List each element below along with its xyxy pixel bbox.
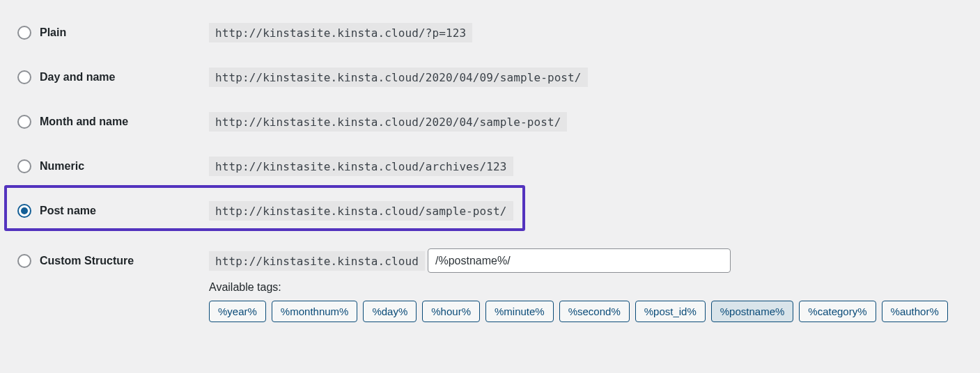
option-label: Day and name: [40, 71, 115, 84]
url-example: http://kinstasite.kinsta.cloud/archives/…: [209, 157, 513, 176]
radio-postname[interactable]: [17, 204, 31, 218]
tag-post-id[interactable]: %post_id%: [635, 301, 706, 322]
tag-button-list: %year% %monthnum% %day% %hour% %minute% …: [209, 301, 963, 322]
radio-plain[interactable]: [17, 26, 31, 40]
tag-minute[interactable]: %minute%: [485, 301, 554, 322]
tag-postname[interactable]: %postname%: [711, 301, 794, 322]
permalink-option-plain[interactable]: Plain http://kinstasite.kinsta.cloud/?p=…: [0, 10, 980, 55]
radio-custom[interactable]: [17, 254, 31, 268]
url-example: http://kinstasite.kinsta.cloud/2020/04/0…: [209, 68, 588, 87]
option-label: Plain: [40, 26, 66, 39]
permalink-option-monthname[interactable]: Month and name http://kinstasite.kinsta.…: [0, 100, 980, 144]
permalink-option-dayname[interactable]: Day and name http://kinstasite.kinsta.cl…: [0, 55, 980, 100]
tag-author[interactable]: %author%: [882, 301, 948, 322]
custom-prefix: http://kinstasite.kinsta.cloud: [209, 251, 425, 271]
tag-monthnum[interactable]: %monthnum%: [272, 301, 358, 322]
available-tags-section: Available tags: %year% %monthnum% %day% …: [0, 281, 980, 322]
radio-monthname[interactable]: [17, 115, 31, 129]
url-example: http://kinstasite.kinsta.cloud/sample-po…: [209, 201, 513, 221]
url-example: http://kinstasite.kinsta.cloud/?p=123: [209, 23, 472, 42]
tag-hour[interactable]: %hour%: [422, 301, 480, 322]
tag-second[interactable]: %second%: [559, 301, 630, 322]
permalink-option-custom[interactable]: Custom Structure http://kinstasite.kinst…: [0, 233, 980, 285]
option-label: Numeric: [40, 160, 84, 173]
permalink-option-postname[interactable]: Post name http://kinstasite.kinsta.cloud…: [0, 189, 980, 233]
permalink-option-numeric[interactable]: Numeric http://kinstasite.kinsta.cloud/a…: [0, 144, 980, 189]
tag-day[interactable]: %day%: [363, 301, 417, 322]
option-label: Post name: [40, 205, 96, 217]
tag-year[interactable]: %year%: [209, 301, 266, 322]
url-example: http://kinstasite.kinsta.cloud/2020/04/s…: [209, 112, 567, 132]
tag-category[interactable]: %category%: [799, 301, 876, 322]
custom-structure-input[interactable]: [428, 248, 731, 273]
permalink-settings: Plain http://kinstasite.kinsta.cloud/?p=…: [0, 0, 980, 336]
option-label: Custom Structure: [40, 255, 134, 267]
radio-dayname[interactable]: [17, 70, 31, 84]
option-label: Month and name: [40, 116, 128, 128]
radio-numeric[interactable]: [17, 159, 31, 173]
